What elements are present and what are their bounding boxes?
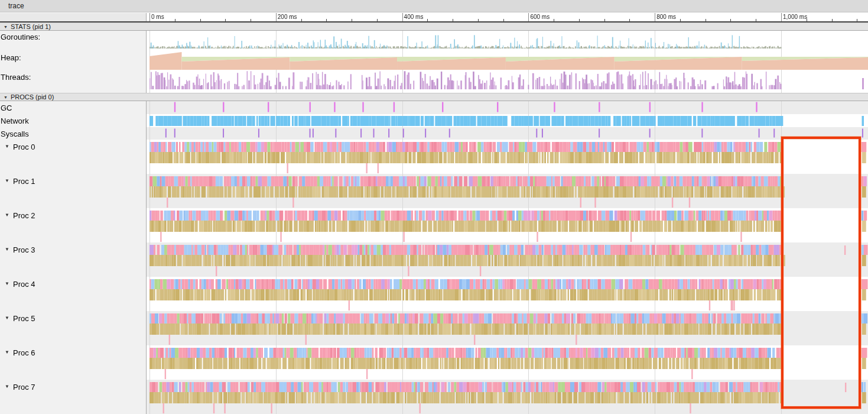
proc-7-expand-icon[interactable]: ▼ — [5, 384, 9, 389]
proc-1-track[interactable] — [147, 174, 868, 208]
section-header-stats[interactable]: ▼STATS (pid 1) — [0, 22, 868, 31]
proc-6-expand-icon[interactable]: ▼ — [5, 350, 9, 355]
ruler-tick-label-800: 800 ms — [656, 14, 676, 20]
stat-row-label-heap: Heap: — [1, 53, 21, 62]
page-title: trace — [8, 2, 24, 10]
selection-rectangle[interactable] — [781, 137, 861, 409]
proc-row-label-5[interactable]: Proc 5 — [13, 314, 35, 323]
proc-row-label-0[interactable]: Proc 0 — [13, 143, 35, 151]
collapse-triangle-icon[interactable]: ▼ — [4, 23, 8, 31]
proc-4-track[interactable] — [147, 277, 868, 311]
section-header-procs[interactable]: ▼PROCS (pid 0) — [0, 93, 868, 101]
proc-7-track[interactable] — [147, 380, 868, 414]
proc-2-track[interactable] — [147, 208, 868, 242]
stat-row-label-threads: Threads: — [1, 73, 31, 82]
window-title-bar: trace — [0, 0, 868, 12]
event-row-label-network: Network — [1, 117, 29, 125]
proc-5-expand-icon[interactable]: ▼ — [5, 316, 9, 321]
proc-row-label-2[interactable]: Proc 2 — [13, 211, 35, 220]
proc-1-expand-icon[interactable]: ▼ — [5, 179, 9, 183]
heap-track[interactable] — [147, 51, 868, 71]
proc-0-track[interactable] — [147, 140, 868, 174]
proc-row-label-1[interactable]: Proc 1 — [13, 177, 35, 186]
proc-row-label-7[interactable]: Proc 7 — [13, 383, 35, 392]
ruler-tick-label-200: 200 ms — [278, 14, 297, 20]
proc-0-expand-icon[interactable]: ▼ — [5, 144, 9, 149]
goroutines-track[interactable] — [147, 31, 868, 51]
proc-4-expand-icon[interactable]: ▼ — [5, 282, 9, 286]
section-header-stats-label: STATS (pid 1) — [11, 23, 51, 30]
ruler-tick-label-600: 600 ms — [530, 14, 550, 20]
section-header-procs-label: PROCS (pid 0) — [11, 93, 54, 101]
network-track[interactable] — [147, 114, 868, 127]
syscalls-track[interactable] — [147, 127, 868, 140]
proc-row-label-3[interactable]: Proc 3 — [13, 245, 35, 254]
collapse-triangle-icon[interactable]: ▼ — [4, 93, 8, 101]
event-row-label-gc: GC — [1, 104, 12, 112]
proc-row-label-6[interactable]: Proc 6 — [13, 348, 35, 357]
proc-3-expand-icon[interactable]: ▼ — [5, 247, 9, 252]
proc-3-track[interactable] — [147, 242, 868, 277]
gc-track[interactable] — [147, 101, 868, 114]
proc-6-track[interactable] — [147, 345, 868, 380]
proc-row-label-4[interactable]: Proc 4 — [13, 280, 35, 289]
proc-2-expand-icon[interactable]: ▼ — [5, 213, 9, 218]
ruler-tick-label-400: 400 ms — [404, 14, 424, 20]
threads-track[interactable] — [147, 71, 868, 93]
proc-5-track[interactable] — [147, 311, 868, 345]
stat-row-label-goroutines: Goroutines: — [1, 33, 40, 41]
event-row-label-syscalls: Syscalls — [1, 130, 29, 138]
ruler-tick-label-1000: 1,000 ms — [783, 14, 807, 20]
ruler-tick-label-0: 0 ms — [151, 14, 164, 20]
